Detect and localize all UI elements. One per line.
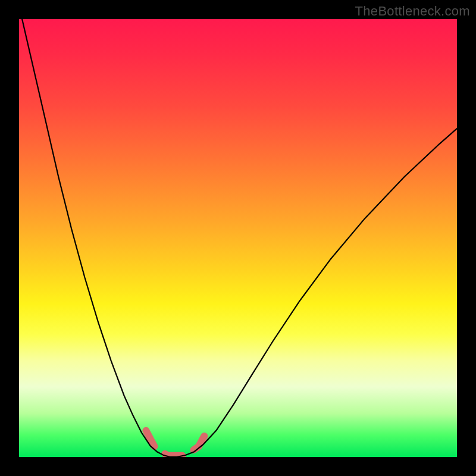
curve-layer (19, 19, 457, 457)
bottleneck-curve (19, 19, 457, 457)
trough-marker (146, 431, 207, 456)
watermark-text: TheBottleneck.com (355, 4, 470, 19)
plot-area (19, 19, 457, 457)
chart-frame: TheBottleneck.com (0, 0, 476, 476)
